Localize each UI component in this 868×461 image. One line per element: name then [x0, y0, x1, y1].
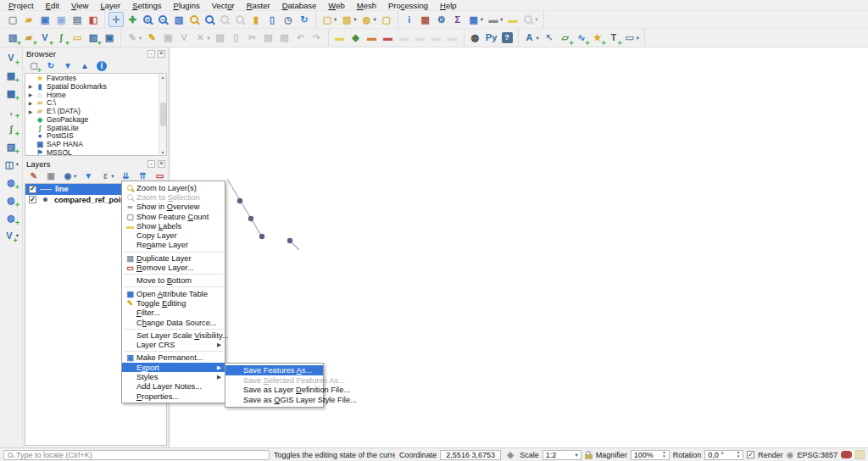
- menu-project[interactable]: Project: [3, 1, 40, 10]
- collapse-all-icon[interactable]: ▲: [78, 60, 92, 72]
- current-edits-icon-dropdown[interactable]: ▾: [139, 35, 142, 42]
- browser-item-mssql[interactable]: ⚑MSSQL: [25, 148, 166, 156]
- expand-arrow-icon[interactable]: ▶: [28, 92, 33, 97]
- save-project-icon[interactable]: ▣: [37, 12, 53, 27]
- add-spatialite-layer-icon[interactable]: ∫: [3, 121, 19, 136]
- select-features-icon[interactable]: ▢▾: [320, 12, 338, 27]
- browser-item-geopackage[interactable]: ◆GeoPackage: [25, 115, 166, 124]
- select-features-icon-dropdown[interactable]: ▾: [334, 16, 337, 23]
- text-annotation-icon[interactable]: T: [606, 31, 621, 46]
- menu-mesh[interactable]: Mesh: [351, 1, 382, 10]
- new-map-view-icon-dropdown[interactable]: ▾: [535, 16, 537, 23]
- crs-globe-icon[interactable]: ◉: [787, 450, 794, 459]
- save-layer-edits-icon[interactable]: ▣: [160, 31, 175, 46]
- add-group-icon[interactable]: ▣: [44, 170, 58, 182]
- toggle-editing-icon[interactable]: ✎: [144, 31, 159, 46]
- expand-arrow-icon[interactable]: ▶: [28, 108, 33, 114]
- filter-by-expression-icon-dropdown[interactable]: ▾: [111, 173, 114, 180]
- menu-item-save-as-layer-definition-file[interactable]: Save as Layer Definition File...: [225, 386, 323, 396]
- locator-input[interactable]: Type to locate (Ctrl+K): [3, 450, 270, 460]
- pan-to-selection-icon[interactable]: ✚: [125, 12, 140, 27]
- redo-icon[interactable]: ↷: [309, 31, 325, 46]
- menu-item-change-data-source[interactable]: Change Data Source...: [122, 318, 225, 327]
- open-project-icon[interactable]: ▰: [21, 12, 36, 27]
- lock-scale-icon[interactable]: [585, 454, 593, 459]
- processing-toolbox-icon[interactable]: ⚙: [434, 12, 449, 27]
- menu-item-move-to-bottom[interactable]: Move to Bottom: [122, 276, 225, 286]
- cut-features-icon[interactable]: ✂: [245, 31, 260, 46]
- layers-undock-icon[interactable]: ▫: [147, 160, 155, 168]
- new-spatial-bookmark-icon[interactable]: ▮: [248, 12, 264, 27]
- new-project-icon[interactable]: ▢: [5, 12, 20, 27]
- vertex-tool-icon-dropdown[interactable]: ▾: [207, 35, 209, 42]
- annotation-toolbar-icon-dropdown[interactable]: ▾: [537, 35, 539, 42]
- menu-item-make-permanent[interactable]: ▣Make Permanent...: [122, 353, 225, 363]
- zoom-to-selection-icon[interactable]: [187, 12, 202, 27]
- menu-help[interactable]: Help: [434, 1, 463, 10]
- layer-visibility-checkbox[interactable]: ✓: [29, 196, 36, 203]
- grass-tools-icon[interactable]: ◍: [468, 31, 483, 46]
- delete-selected-icon[interactable]: ▯: [229, 31, 244, 46]
- pan-map-icon[interactable]: ✛: [108, 12, 124, 27]
- select-by-location-icon[interactable]: ▢: [379, 12, 394, 27]
- menu-database[interactable]: Database: [276, 1, 323, 10]
- menu-vector[interactable]: Vector: [206, 1, 241, 10]
- scroll-thumb[interactable]: [160, 103, 166, 126]
- annotation-toolbar-icon[interactable]: A▾: [522, 31, 541, 46]
- scroll-down-icon[interactable]: ▾: [161, 149, 164, 155]
- data-source-manager-icon[interactable]: ▧: [5, 31, 20, 46]
- label-toolbar-extra-icon[interactable]: ▬: [445, 31, 460, 46]
- expand-arrow-icon[interactable]: ▶: [28, 83, 33, 89]
- extents-toggle-icon[interactable]: ◈: [504, 449, 516, 461]
- layout-manager-icon[interactable]: ▤: [70, 12, 85, 27]
- marker-annotation-icon[interactable]: ★: [590, 31, 605, 46]
- menu-web[interactable]: Web: [322, 1, 350, 10]
- html-annotation-icon-dropdown[interactable]: ▾: [637, 35, 639, 42]
- menu-layer[interactable]: Layer: [94, 1, 126, 10]
- menu-item-save-as-qgis-layer-style-file[interactable]: Save as QGIS Layer Style File...: [225, 395, 323, 405]
- zoom-to-layer-icon[interactable]: [203, 12, 217, 27]
- scale-dropdown-icon[interactable]: ▾: [575, 452, 577, 458]
- add-wfs-layer-icon[interactable]: ◍: [3, 210, 19, 225]
- deselect-features-icon[interactable]: ◍▾: [359, 12, 378, 27]
- save-project-as-icon[interactable]: ▣: [53, 12, 69, 27]
- browser-close-icon[interactable]: ✕: [158, 50, 165, 58]
- manage-map-themes-icon-dropdown[interactable]: ▾: [74, 173, 76, 180]
- menu-item-filter[interactable]: Filter...: [122, 308, 225, 318]
- zoom-in-icon[interactable]: +: [141, 12, 155, 27]
- add-feature-icon[interactable]: V: [176, 31, 192, 46]
- help-icon[interactable]: ?: [500, 31, 515, 46]
- menu-item-open-attribute-table[interactable]: ▦Open Attribute Table: [122, 289, 225, 298]
- menu-item-zoom-to-layer-s[interactable]: Zoom to Layer(s): [122, 183, 225, 192]
- undo-icon[interactable]: ↶: [293, 31, 309, 46]
- menu-item-remove-layer[interactable]: ▭Remove Layer...: [122, 263, 225, 272]
- rotate-label-icon[interactable]: ▬: [413, 31, 428, 46]
- refresh-browser-icon[interactable]: ↻: [44, 60, 58, 72]
- python-console-icon[interactable]: Py: [484, 31, 499, 46]
- line-annotation-icon[interactable]: ∿: [574, 31, 589, 46]
- menu-item-copy-layer[interactable]: Copy Layer: [122, 230, 225, 240]
- browser-item-spatialite[interactable]: ∫SpatiaLite: [25, 124, 166, 132]
- coordinate-input[interactable]: 2,5516 3,6753: [440, 450, 501, 460]
- crs-status[interactable]: EPSG:3857: [797, 451, 837, 459]
- refresh-map-icon[interactable]: ↻: [297, 12, 312, 27]
- new-map-view-icon[interactable]: ▾: [521, 12, 539, 27]
- add-raster-layer-icon[interactable]: ▦: [3, 68, 19, 83]
- layers-close-icon[interactable]: ✕: [158, 160, 165, 168]
- move-label-icon[interactable]: ▬: [397, 31, 412, 46]
- select-features-by-value-icon-dropdown[interactable]: ▾: [353, 16, 356, 23]
- pin-labels-icon[interactable]: ▬: [364, 31, 380, 46]
- menu-item-duplicate-layer[interactable]: ▤Duplicate Layer: [122, 253, 225, 263]
- statistical-summary-icon[interactable]: Σ: [450, 12, 465, 27]
- select-features-by-value-icon[interactable]: ▥▾: [339, 12, 358, 27]
- menu-item-set-layer-scale-visibility[interactable]: Set Layer Scale Visibility...: [122, 330, 225, 340]
- add-sql-server-layer-icon-dropdown[interactable]: ▾: [16, 161, 19, 168]
- browser-item-spatial-bookmarks[interactable]: ▶▮Spatial Bookmarks: [25, 82, 166, 91]
- menu-view[interactable]: View: [65, 1, 94, 10]
- menu-item-save-features-as[interactable]: Save Features As...: [225, 365, 323, 375]
- new-virtual-layer-icon[interactable]: ▣: [102, 31, 117, 46]
- add-sql-server-layer-icon[interactable]: ◫▾: [2, 157, 20, 172]
- add-delimited-text-layer-icon[interactable]: ,: [3, 103, 19, 119]
- identify-features-icon[interactable]: i: [402, 12, 417, 27]
- magnifier-spinner[interactable]: ▲▼: [662, 451, 665, 458]
